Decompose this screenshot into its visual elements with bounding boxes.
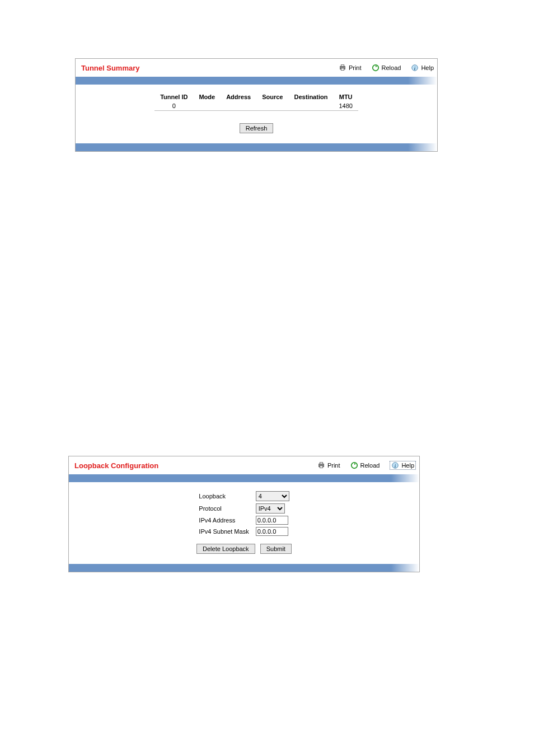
loopback-config-panel: Loopback Configuration Print	[68, 456, 420, 572]
tunnel-summary-panel: Tunnel Summary Print	[75, 58, 438, 152]
loopback-form: Loopback 4 Protocol IPv4	[195, 490, 292, 537]
reload-label: Reload	[382, 64, 401, 71]
svg-rect-8	[320, 466, 322, 468]
col-mtu: MTU	[333, 92, 358, 101]
separator-bar-bottom	[76, 143, 437, 151]
col-destination: Destination	[288, 92, 333, 101]
tunnel-table: Tunnel ID Mode Address Source Destinatio…	[154, 92, 358, 111]
label-ipv4-subnet: IPv4 Subnet Mask	[195, 526, 252, 537]
ipv4-address-input[interactable]	[256, 516, 288, 525]
svg-rect-1	[341, 65, 344, 67]
cell-mode	[193, 101, 221, 111]
panel-header: Loopback Configuration Print	[69, 456, 419, 474]
form-row-ipv4-subnet: IPv4 Subnet Mask	[195, 526, 292, 537]
protocol-select[interactable]: IPv4	[256, 503, 285, 514]
table-row: 0 1480	[154, 101, 358, 111]
loopback-select[interactable]: 4	[256, 491, 289, 501]
help-label: Help	[421, 64, 434, 71]
print-label: Print	[349, 64, 362, 71]
table-header-row: Tunnel ID Mode Address Source Destinatio…	[154, 92, 358, 101]
cell-destination	[288, 101, 333, 111]
col-address: Address	[221, 92, 256, 101]
print-icon	[317, 461, 325, 469]
panel-content: Tunnel ID Mode Address Source Destinatio…	[76, 85, 437, 143]
print-label: Print	[327, 462, 340, 469]
help-icon: i	[391, 461, 399, 469]
cell-tunnel-id: 0	[154, 101, 193, 111]
help-icon: i	[411, 64, 419, 72]
panel-header: Tunnel Summary Print	[76, 59, 437, 77]
col-mode: Mode	[193, 92, 221, 101]
label-protocol: Protocol	[195, 502, 252, 515]
delete-loopback-button[interactable]: Delete Loopback	[196, 544, 255, 554]
reload-icon	[350, 461, 358, 469]
help-label: Help	[401, 462, 414, 469]
cell-mtu: 1480	[333, 101, 358, 111]
help-button[interactable]: i Help	[390, 461, 416, 470]
label-ipv4-address: IPv4 Address	[195, 515, 252, 526]
panel-content: Loopback 4 Protocol IPv4	[69, 482, 419, 564]
submit-button[interactable]: Submit	[260, 544, 292, 554]
form-row-loopback: Loopback 4	[195, 490, 292, 502]
svg-rect-2	[341, 68, 344, 71]
reload-button[interactable]: Reload	[350, 461, 380, 469]
help-button[interactable]: i Help	[411, 64, 434, 72]
form-row-ipv4-address: IPv4 Address	[195, 515, 292, 526]
cell-address	[221, 101, 256, 111]
reload-icon	[372, 64, 380, 72]
svg-rect-7	[320, 463, 322, 464]
separator-bar	[76, 77, 437, 85]
separator-bar-bottom	[69, 564, 419, 572]
print-icon	[339, 64, 346, 72]
print-button[interactable]: Print	[339, 64, 362, 72]
col-tunnel-id: Tunnel ID	[154, 92, 193, 101]
label-loopback: Loopback	[195, 490, 252, 502]
col-source: Source	[256, 92, 288, 101]
print-button[interactable]: Print	[317, 461, 340, 469]
ipv4-subnet-input[interactable]	[256, 527, 288, 536]
refresh-button[interactable]: Refresh	[240, 123, 274, 133]
cell-source	[256, 101, 288, 111]
separator-bar	[69, 474, 419, 482]
page-title: Tunnel Summary	[81, 64, 140, 72]
reload-button[interactable]: Reload	[372, 64, 401, 72]
form-row-protocol: Protocol IPv4	[195, 502, 292, 515]
reload-label: Reload	[360, 462, 380, 469]
page-title: Loopback Configuration	[74, 461, 158, 470]
